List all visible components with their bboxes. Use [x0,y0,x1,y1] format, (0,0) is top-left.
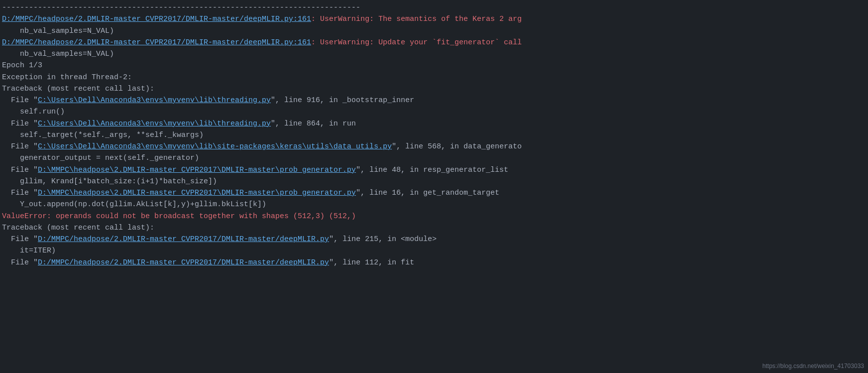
normal-text: File " [2,142,38,151]
file-link[interactable]: C:\Users\Dell\Anaconda3\envs\myvenv\lib\… [38,96,271,105]
normal-text: File " [2,166,38,174]
terminal-line: File "D:\MMPC\headpose\2.DMLIR-master_CV… [2,187,868,199]
normal-text: ", line 112, in fit [329,258,414,267]
normal-text: File " [2,96,38,105]
terminal-line: D:/MMPC/headpose/2.DMLIR-master_CVPR2017… [2,13,868,25]
terminal-line: Traceback (most recent call last): [2,83,868,95]
terminal-window: ----------------------------------------… [2,2,868,373]
normal-text: ", line 215, in <module> [329,235,436,244]
normal-text: ", line 916, in _bootstrap_inner [271,96,414,105]
terminal-line: gllim, Krand[i*batch_size:(i+1)*batch_si… [2,176,868,187]
terminal-line: Traceback (most recent call last): [2,222,868,234]
normal-text: ", line 48, in resp_generator_list [356,166,508,174]
file-link[interactable]: D:\MMPC\headpose\2.DMLIR-master_CVPR2017… [38,166,356,174]
file-link[interactable]: D:/MMPC/headpose/2.DMLIR-master_CVPR2017… [38,235,329,244]
terminal-line: Y_out.append(np.dot(gllim.AkList[k],y)+g… [2,199,868,210]
terminal-line: File "C:\Users\Dell\Anaconda3\envs\myven… [2,95,868,106]
terminal-line: File "C:\Users\Dell\Anaconda3\envs\myven… [2,118,868,129]
terminal-line: self._target(*self._args, **self._kwargs… [2,129,868,141]
watermark: https://blog.csdn.net/weixin_41703033 [762,362,864,371]
terminal-line: generator_output = next(self._generator) [2,152,868,164]
normal-text: File " [2,235,38,244]
file-link[interactable]: D:/MMPC/headpose/2.DMLIR-master_CVPR2017… [2,38,311,47]
terminal-line: Exception in thread Thread-2: [2,72,868,83]
normal-text: File " [2,120,38,128]
file-link[interactable]: C:\Users\Dell\Anaconda3\envs\myvenv\lib\… [38,142,392,151]
terminal-line: nb_val_samples=N_VAL) [2,48,868,60]
terminal-line: Epoch 1/3 [2,60,868,71]
file-link[interactable]: D:\MMPC\headpose\2.DMLIR-master_CVPR2017… [38,189,356,197]
output-lines: ----------------------------------------… [2,2,868,268]
normal-text: File " [2,258,38,267]
terminal-line: File "D:\MMPC\headpose\2.DMLIR-master_CV… [2,164,868,176]
normal-text: ", line 16, in get_random_target [356,189,499,197]
normal-text: ", line 864, in run [271,120,356,128]
terminal-line: File "D:/MMPC/headpose/2.DMLIR-master_CV… [2,234,868,245]
warning-text: : UserWarning: Update your `fit_generato… [311,38,522,47]
warning-text: : UserWarning: The semantics of the Kera… [311,15,522,23]
terminal-line: self.run() [2,106,868,118]
normal-text: ", line 568, in data_generato [392,142,522,151]
file-link[interactable]: D:/MMPC/headpose/2.DMLIR-master_CVPR2017… [2,15,311,23]
terminal-line: File "D:/MMPC/headpose/2.DMLIR-master_CV… [2,257,868,268]
terminal-line: D:/MMPC/headpose/2.DMLIR-master_CVPR2017… [2,37,868,48]
terminal-line: ----------------------------------------… [2,2,868,13]
terminal-line: it=ITER) [2,245,868,256]
file-link[interactable]: C:\Users\Dell\Anaconda3\envs\myvenv\lib\… [38,120,271,128]
normal-text: File " [2,189,38,197]
file-link[interactable]: D:/MMPC/headpose/2.DMLIR-master_CVPR2017… [38,258,329,267]
terminal-line: nb_val_samples=N_VAL) [2,25,868,37]
terminal-line: ValueError: operands could not be broadc… [2,211,868,222]
terminal-line: File "C:\Users\Dell\Anaconda3\envs\myven… [2,141,868,152]
